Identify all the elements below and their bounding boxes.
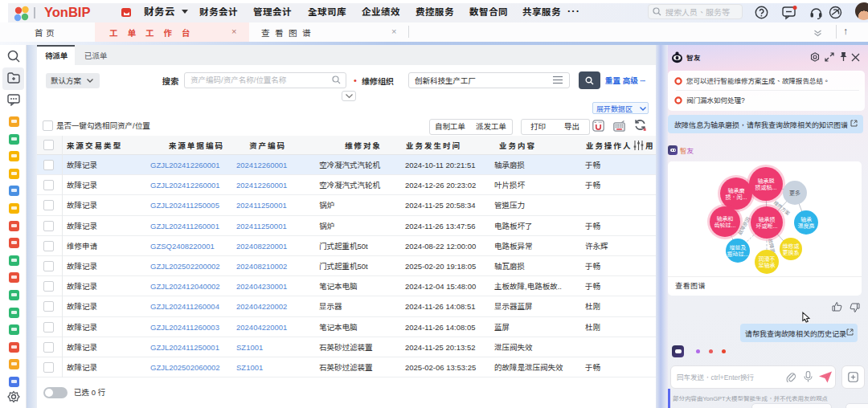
svg-text:轴承和: 轴承和 <box>717 215 734 222</box>
svg-text:增益及: 增益及 <box>730 245 747 251</box>
svg-text:润滑不: 润滑不 <box>759 255 776 262</box>
svg-text:损或粘...: 损或粘... <box>755 185 777 191</box>
svg-text:维修或: 维修或 <box>783 243 800 249</box>
svg-text:足轴承: 足轴承 <box>759 262 776 269</box>
svg-text:坏或断...: 坏或断... <box>756 222 778 230</box>
svg-text:更换系: 更换系 <box>783 249 800 256</box>
svg-text:轴承磨: 轴承磨 <box>728 187 745 194</box>
svg-text:齿轮过...: 齿轮过... <box>714 222 736 228</box>
svg-text:轴承: 轴承 <box>800 216 812 223</box>
svg-text:损，闰...: 损，闰... <box>726 194 747 201</box>
svg-text:更多: 更多 <box>789 190 800 197</box>
svg-text:轴承脱: 轴承脱 <box>758 177 775 185</box>
svg-text:温度高: 温度高 <box>798 222 815 229</box>
svg-text:轴承损: 轴承损 <box>759 216 776 223</box>
svg-text:振动过...: 振动过... <box>727 251 749 258</box>
